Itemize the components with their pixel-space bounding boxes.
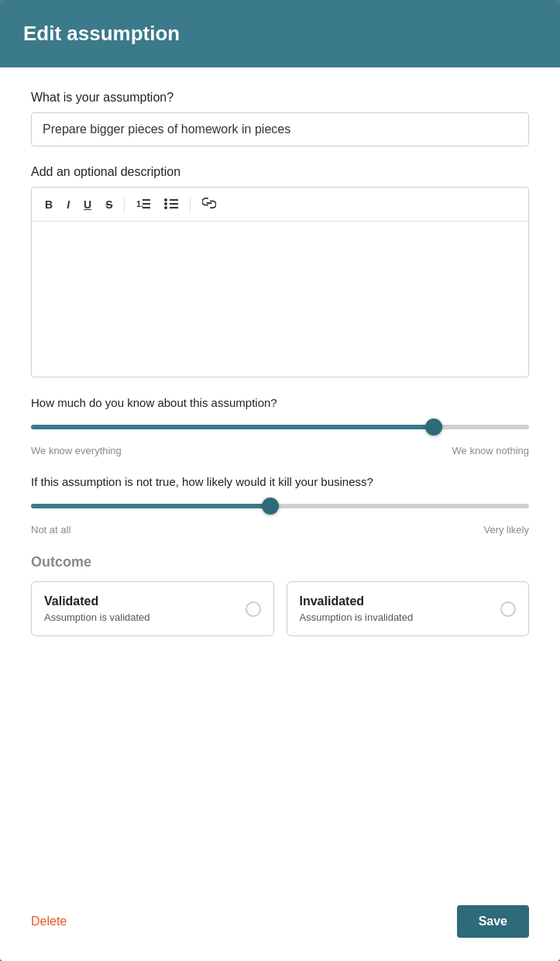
assumption-section: What is your assumption?	[31, 91, 529, 146]
toolbar-divider-2	[190, 197, 191, 212]
modal-header: Edit assumption	[0, 0, 560, 67]
outcome-options: Validated Assumption is validated Invali…	[31, 581, 529, 636]
underline-button[interactable]: U	[78, 195, 97, 214]
description-label: Add an optional description	[31, 165, 529, 179]
knowledge-slider-question: How much do you know about this assumpti…	[31, 396, 529, 409]
kill-slider-section: If this assumption is not true, how like…	[31, 475, 529, 536]
kill-slider-label-right: Very likely	[483, 524, 529, 536]
outcome-validated-text: Validated Assumption is validated	[44, 594, 150, 623]
assumption-label: What is your assumption?	[31, 91, 529, 105]
description-section: Add an optional description B I U S 1.	[31, 165, 529, 377]
assumption-input[interactable]	[31, 112, 529, 146]
outcome-invalidated-title: Invalidated	[300, 594, 414, 608]
knowledge-slider-label-left: We know everything	[31, 445, 122, 456]
description-editor[interactable]	[32, 222, 528, 377]
knowledge-slider-wrapper	[31, 418, 529, 432]
kill-slider-labels: Not at all Very likely	[31, 524, 529, 536]
save-button[interactable]: Save	[457, 905, 529, 938]
link-button[interactable]	[197, 194, 222, 215]
svg-point-6	[164, 206, 167, 209]
knowledge-slider-section: How much do you know about this assumpti…	[31, 396, 529, 456]
outcome-section: Outcome Validated Assumption is validate…	[31, 554, 529, 636]
knowledge-slider-label-right: We know nothing	[452, 445, 530, 456]
kill-slider-wrapper	[31, 498, 529, 512]
svg-point-5	[164, 202, 167, 205]
ordered-list-icon: 1.	[136, 197, 150, 212]
outcome-validated-card[interactable]: Validated Assumption is validated	[31, 581, 274, 636]
svg-point-4	[164, 198, 167, 202]
knowledge-slider[interactable]	[31, 425, 529, 429]
delete-button[interactable]: Delete	[31, 908, 67, 935]
outcome-invalidated-subtitle: Assumption is invalidated	[300, 611, 414, 623]
unordered-list-button[interactable]	[159, 194, 184, 215]
outcome-invalidated-text: Invalidated Assumption is invalidated	[300, 594, 414, 623]
outcome-title: Outcome	[31, 554, 529, 570]
outcome-invalidated-radio[interactable]	[500, 601, 516, 617]
kill-slider-question: If this assumption is not true, how like…	[31, 475, 529, 488]
outcome-validated-subtitle: Assumption is validated	[44, 611, 150, 623]
modal-title: Edit assumption	[23, 22, 537, 46]
kill-slider[interactable]	[31, 504, 529, 508]
link-icon	[202, 197, 216, 212]
outcome-validated-radio[interactable]	[246, 601, 261, 617]
modal-footer: Delete Save	[0, 890, 560, 961]
modal: Edit assumption What is your assumption?…	[0, 0, 560, 961]
toolbar-divider-1	[124, 197, 125, 212]
outcome-invalidated-card[interactable]: Invalidated Assumption is invalidated	[287, 581, 530, 636]
editor-toolbar: B I U S 1.	[32, 188, 528, 222]
bold-button[interactable]: B	[40, 195, 58, 214]
svg-text:1.: 1.	[136, 199, 143, 208]
outcome-validated-title: Validated	[44, 594, 150, 608]
ordered-list-button[interactable]: 1.	[131, 194, 156, 215]
knowledge-slider-labels: We know everything We know nothing	[31, 445, 529, 456]
unordered-list-icon	[164, 197, 178, 212]
italic-button[interactable]: I	[61, 195, 75, 214]
strikethrough-button[interactable]: S	[100, 195, 118, 214]
kill-slider-label-left: Not at all	[31, 524, 70, 536]
modal-body: What is your assumption? Add an optional…	[0, 67, 560, 890]
rich-text-editor: B I U S 1.	[31, 187, 529, 377]
